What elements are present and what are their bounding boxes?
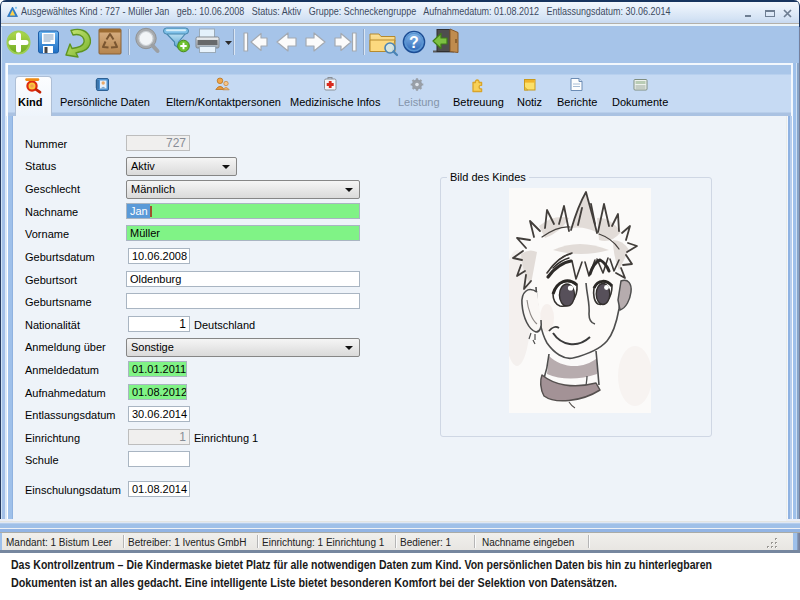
svg-text:?: ? [409, 34, 419, 51]
